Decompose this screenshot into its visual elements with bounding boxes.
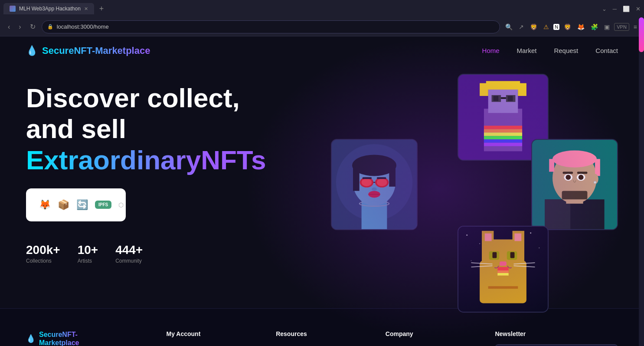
browser-titlebar: MLH Web3App Hackathon ✕ + ⌄ ─ ⬜ ✕ bbox=[0, 0, 644, 17]
nav-item-contact[interactable]: Contact bbox=[595, 47, 618, 55]
refresh-button[interactable]: ↻ bbox=[27, 21, 38, 33]
sidebar-toggle-icon[interactable]: ▣ bbox=[602, 22, 611, 32]
nft-card-blue-woman[interactable] bbox=[331, 139, 418, 230]
footer-link-help-center[interactable]: Help Center bbox=[276, 344, 368, 346]
svg-rect-44 bbox=[562, 191, 588, 200]
svg-rect-6 bbox=[484, 126, 522, 129]
stat-community-label: Community bbox=[115, 258, 143, 264]
svg-rect-24 bbox=[389, 165, 396, 187]
tab-close-button[interactable]: ✕ bbox=[84, 6, 88, 12]
tech-logos-container: 🦊 📦 🔄 IPFS ⬡ bbox=[26, 188, 126, 221]
website: 💧 SecureNFT-Marketplace Home Market Requ… bbox=[0, 36, 644, 346]
nav-link-contact[interactable]: Contact bbox=[595, 47, 618, 54]
wallet-icon[interactable]: VPN bbox=[614, 23, 629, 31]
svg-rect-68 bbox=[510, 252, 515, 258]
sync-logo: 🔄 bbox=[76, 197, 88, 213]
share-icon[interactable]: ↗ bbox=[517, 22, 526, 32]
lock-icon: 🔒 bbox=[47, 24, 53, 30]
brave-lion-icon[interactable]: 🦁 bbox=[528, 22, 539, 32]
nft-card-pixel-cat[interactable] bbox=[458, 226, 549, 313]
brave-icon[interactable]: 🦁 bbox=[562, 22, 573, 32]
svg-rect-34 bbox=[376, 177, 386, 179]
stat-artists-label: Artists bbox=[78, 258, 98, 264]
logo-link[interactable]: 💧 SecureNFT-Marketplace bbox=[26, 45, 150, 56]
svg-rect-45 bbox=[563, 172, 573, 174]
box-logo: 📦 bbox=[58, 197, 69, 213]
nav-item-home[interactable]: Home bbox=[482, 47, 500, 55]
new-tab-button[interactable]: + bbox=[96, 4, 108, 13]
svg-rect-16 bbox=[501, 97, 506, 99]
nav-links: Home Market Request Contact bbox=[482, 47, 618, 55]
svg-point-58 bbox=[471, 260, 472, 261]
extensions-icon[interactable]: 🧩 bbox=[589, 22, 600, 32]
svg-rect-63 bbox=[485, 234, 492, 241]
browser-tab[interactable]: MLH Web3App Hackathon ✕ bbox=[3, 3, 94, 14]
footer-link-author-profile[interactable]: Author Profile bbox=[167, 344, 259, 346]
back-button[interactable]: ‹ bbox=[5, 21, 13, 33]
stat-community: 444+ Community bbox=[115, 243, 143, 264]
svg-rect-3 bbox=[486, 81, 520, 90]
hero-title-gradient: Extraordinary bbox=[26, 145, 201, 175]
hero-right bbox=[322, 74, 618, 291]
svg-rect-69 bbox=[500, 261, 507, 266]
svg-rect-42 bbox=[595, 159, 600, 176]
restore-button[interactable]: ⬜ bbox=[623, 6, 630, 12]
menu-icon[interactable]: ≡ bbox=[632, 22, 639, 32]
nav-link-market[interactable]: Market bbox=[517, 47, 537, 54]
footer-company-links: About Career bbox=[386, 344, 478, 346]
footer-resources-heading: Resources bbox=[276, 330, 368, 337]
nav-item-request[interactable]: Request bbox=[554, 47, 578, 55]
hero-title-line1: Discover collect, bbox=[26, 83, 240, 113]
forward-button[interactable]: › bbox=[16, 21, 23, 33]
chevron-down-icon[interactable]: ⌄ bbox=[602, 6, 607, 12]
stat-artists-number: 10+ bbox=[78, 243, 98, 257]
browser-chrome: MLH Web3App Hackathon ✕ + ⌄ ─ ⬜ ✕ ‹ › ↻ … bbox=[0, 0, 644, 36]
close-button[interactable]: ✕ bbox=[636, 6, 641, 12]
brave-shield-icon[interactable]: ⚠ bbox=[542, 22, 551, 32]
svg-rect-76 bbox=[497, 273, 508, 276]
svg-point-52 bbox=[594, 181, 596, 184]
footer-logo-text2: Marketplace bbox=[39, 339, 79, 346]
extra-logo: ⬡ bbox=[118, 197, 124, 213]
stat-collections-number: 200k+ bbox=[26, 243, 60, 257]
svg-point-49 bbox=[566, 175, 571, 180]
scrollbar-thumb[interactable] bbox=[639, 17, 644, 52]
scrollbar-track bbox=[639, 17, 644, 346]
svg-rect-33 bbox=[362, 177, 372, 179]
svg-rect-46 bbox=[577, 172, 588, 174]
footer-my-account-heading: My Account bbox=[167, 330, 259, 337]
search-icon[interactable]: 🔍 bbox=[503, 22, 514, 32]
footer-company-heading: Company bbox=[386, 330, 478, 337]
nav-link-home[interactable]: Home bbox=[482, 47, 500, 54]
footer-my-account-links: Author Profile Create Item bbox=[167, 344, 259, 346]
svg-point-57 bbox=[539, 247, 539, 248]
notion-icon[interactable]: N bbox=[553, 24, 559, 30]
hero-title-purple: NFTs bbox=[201, 145, 266, 175]
footer-col-company: Company About Career bbox=[386, 330, 478, 346]
svg-rect-77 bbox=[488, 286, 518, 289]
hero-title: Discover collect, and sell Extraordinary… bbox=[26, 82, 322, 175]
svg-rect-4 bbox=[480, 83, 488, 96]
svg-point-28 bbox=[376, 178, 387, 186]
nav-item-market[interactable]: Market bbox=[517, 47, 537, 55]
svg-rect-8 bbox=[484, 132, 522, 136]
svg-point-54 bbox=[466, 234, 467, 236]
address-bar[interactable]: 🔒 localhost:3000/home bbox=[42, 20, 500, 33]
footer-link-about[interactable]: About bbox=[386, 344, 478, 346]
metamask-logo: 🦊 bbox=[39, 197, 51, 213]
nav-link-request[interactable]: Request bbox=[554, 47, 578, 54]
stats-section: 200k+ Collections 10+ Artists 444+ Commu… bbox=[26, 243, 322, 264]
newsletter-email-input[interactable] bbox=[495, 344, 618, 346]
hero-left: Discover collect, and sell Extraordinary… bbox=[26, 74, 322, 291]
svg-rect-11 bbox=[484, 143, 522, 146]
svg-rect-7 bbox=[484, 129, 522, 132]
svg-point-56 bbox=[530, 232, 531, 234]
footer-grid: 💧 SecureNFT- Marketplace Lorem, ipsum do… bbox=[26, 330, 618, 346]
svg-rect-38 bbox=[545, 199, 570, 229]
metamask-icon[interactable]: 🦊 bbox=[575, 22, 586, 32]
stat-community-number: 444+ bbox=[115, 243, 143, 257]
toolbar-actions: 🔍 ↗ 🦁 ⚠ N 🦁 🦊 🧩 ▣ VPN ≡ bbox=[503, 22, 639, 32]
minimize-button[interactable]: ─ bbox=[613, 6, 617, 12]
nft-card-tattooed-man[interactable] bbox=[531, 139, 618, 230]
footer-resources-links: Help Center Partner bbox=[276, 344, 368, 346]
